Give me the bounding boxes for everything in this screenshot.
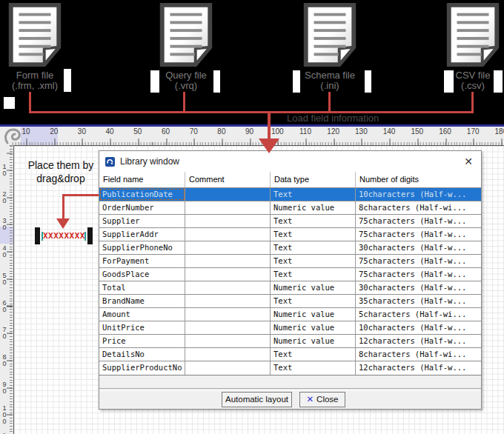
table-row[interactable]: OrderNumber Numeric value 8characters (H…	[99, 201, 481, 215]
table-row[interactable]: PublicationDate Text 10characters (Half-…	[99, 188, 481, 201]
cell-comment	[185, 295, 271, 307]
cell-digits: 75characters (Half-w...	[356, 255, 481, 267]
table-row[interactable]: Amount Numeric value 5characters (Half-w…	[99, 308, 481, 321]
field-anchor-mark	[84, 232, 86, 241]
file-label: Schema file(.ini)	[305, 70, 355, 91]
cell-digits: 75characters (Half-w...	[356, 215, 481, 227]
column-header-number-of-digits: Number of digits	[356, 172, 481, 187]
ruler-label: 80	[217, 127, 225, 136]
cell-data-type: Numeric value	[271, 321, 356, 334]
cell-data-type: Text	[271, 348, 356, 361]
close-icon[interactable]: ✕	[462, 155, 475, 168]
close-x-icon: ✕	[306, 395, 314, 404]
cell-comment	[185, 255, 271, 267]
table-row[interactable]: SupplierProductNo Text 12characters (Hal…	[99, 361, 481, 375]
cell-digits: 30characters (Half-w...	[356, 241, 481, 254]
ruler-label: 180	[495, 127, 504, 136]
cell-field-name: Supplier	[99, 215, 185, 227]
ruler-label: 140	[383, 127, 396, 136]
hint-line-2: drag&drop	[36, 173, 84, 184]
banner-artifact	[64, 69, 71, 92]
table-row[interactable]: BrandName Text 35characters (Half-w...	[99, 295, 481, 308]
selection-handle[interactable]	[87, 227, 93, 244]
cell-data-type: Numeric value	[271, 201, 356, 214]
cell-field-name: OrderNumber	[99, 201, 185, 214]
document-icon	[302, 2, 357, 67]
file-card-query: Query file(.vrq)	[153, 2, 219, 91]
placed-field-object[interactable]: XXXXXXXX	[35, 227, 93, 245]
file-name: Query file	[165, 70, 207, 81]
banner-artifact	[213, 70, 220, 93]
file-ext: (.frm, .xml)	[12, 80, 58, 91]
ruler-label: 100	[271, 127, 284, 136]
cell-data-type: Text	[271, 215, 356, 227]
drag-arrow-line	[62, 194, 64, 218]
column-header-comment: Comment	[185, 172, 271, 187]
table-row[interactable]: GoodsPlace Text 75characters (Half-w...	[99, 268, 481, 281]
table-body: PublicationDate Text 10characters (Half-…	[99, 188, 481, 375]
connector-drop	[268, 113, 271, 138]
cell-data-type: Text	[271, 361, 356, 375]
cell-digits: 30characters (Half-w...	[356, 281, 481, 294]
table-row[interactable]: UnitPrice Numeric value 10characters (Ha…	[99, 321, 481, 335]
banner-artifact	[365, 70, 371, 93]
cell-field-name: SupplierPhoneNo	[99, 241, 185, 254]
cell-comment	[185, 215, 271, 227]
document-icon	[159, 2, 213, 67]
cell-comment	[185, 308, 271, 321]
automatic-layout-button[interactable]: Automatic layout	[222, 392, 292, 407]
arrow-down-icon	[56, 218, 70, 229]
cell-data-type: Numeric value	[271, 308, 356, 321]
banner-artifact	[293, 70, 300, 93]
dialog-title: Library window	[120, 156, 179, 167]
cell-comment	[185, 361, 271, 375]
cell-comment	[185, 228, 271, 241]
banner-artifact	[150, 70, 159, 93]
table-row[interactable]: SupplierPhoneNo Text 30characters (Half-…	[99, 241, 481, 255]
file-name: CSV file	[456, 70, 491, 81]
cell-digits: 10characters (Half-w...	[356, 188, 481, 201]
cell-data-type: Text	[271, 295, 356, 307]
connector-csv	[471, 92, 474, 112]
table-row[interactable]: Supplier Text 75characters (Half-w...	[99, 215, 481, 228]
cell-comment	[185, 348, 271, 361]
ruler-label: 70	[190, 127, 198, 136]
ruler-label: 60	[162, 127, 170, 136]
ruler-ticks	[12, 138, 504, 145]
ruler-ticks	[7, 145, 13, 434]
cell-comment	[185, 335, 271, 347]
close-button-label: Close	[316, 395, 338, 404]
banner-divider	[0, 124, 504, 127]
table-header: Field name Comment Data type Number of d…	[99, 172, 481, 188]
cell-digits: 75characters (Half-w...	[356, 268, 481, 281]
cell-field-name: BrandName	[99, 295, 185, 307]
banner-artifact	[494, 70, 503, 93]
cell-comment	[185, 201, 271, 214]
table-row[interactable]: DetailsNo Text 8characters (Half-wi...	[99, 348, 481, 361]
document-icon	[7, 2, 62, 67]
cell-field-name: UnitPrice	[99, 321, 185, 334]
cell-data-type: Text	[271, 228, 356, 241]
table-row[interactable]: Price Numeric value 12characters (Half-w…	[99, 335, 481, 348]
connector-query	[183, 92, 185, 112]
selection-handle[interactable]	[35, 227, 40, 244]
file-label: Query file(.vrq)	[165, 70, 207, 91]
file-ext: (.ini)	[320, 80, 339, 91]
table-row[interactable]: ForPayment Text 75characters (Half-w...	[99, 255, 481, 268]
horizontal-ruler: 1020304050607080901001101201301401501601…	[0, 127, 504, 145]
connector-form	[29, 92, 31, 112]
table-row[interactable]: SupplierAddr Text 75characters (Half-w..…	[99, 228, 481, 241]
file-name: Schema file	[305, 70, 355, 81]
app-screenshot: Form file(.frm, .xml) Query file(.vrq) S…	[0, 0, 504, 434]
cell-field-name: Amount	[99, 308, 185, 321]
ruler-label: 110	[299, 127, 311, 136]
close-button[interactable]: ✕Close	[299, 392, 345, 407]
dialog-titlebar[interactable]: Library window ✕	[99, 151, 481, 173]
file-ext: (.vrq)	[175, 80, 197, 91]
cell-data-type: Text	[271, 188, 356, 201]
table-row[interactable]: Total Numeric value 30characters (Half-w…	[99, 281, 481, 295]
cell-data-type: Numeric value	[271, 281, 356, 294]
ruler-label: 20	[50, 127, 58, 136]
file-ext: (.csv)	[461, 80, 485, 91]
ruler-label: 130	[355, 127, 368, 136]
